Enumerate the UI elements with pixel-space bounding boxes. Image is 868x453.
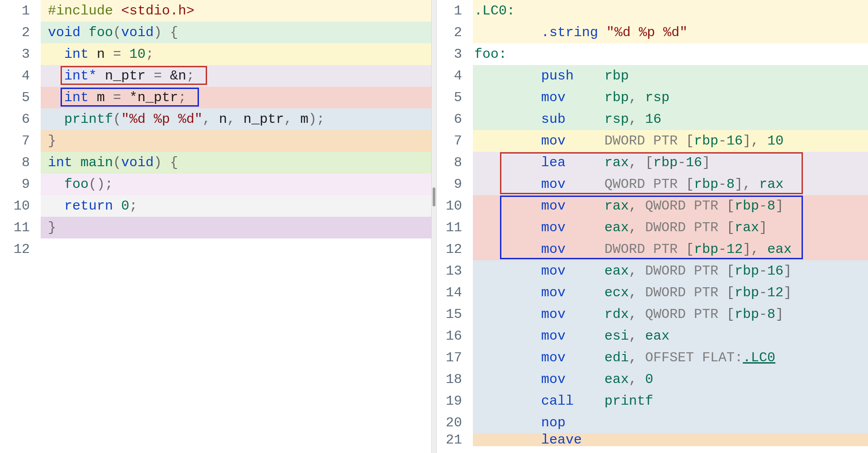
line-number: 15 (437, 304, 473, 325)
line-number: 12 (0, 238, 41, 260)
source-line[interactable]: 5 int m = *n_ptr; (0, 87, 431, 108)
asm-mnemonic: mov (541, 198, 566, 214)
asm-line[interactable]: 9movQWORD PTR [rbp-8], rax (437, 173, 868, 195)
asm-line[interactable]: 18moveax, 0 (437, 369, 868, 390)
line-number: 14 (437, 282, 473, 304)
source-code-cell: return 0; (41, 195, 431, 217)
source-line[interactable]: 3 int n = 10; (0, 43, 431, 65)
source-line[interactable]: 12 (0, 238, 431, 260)
line-number: 10 (437, 195, 473, 217)
asm-line[interactable]: 12movDWORD PTR [rbp-12], eax (437, 238, 868, 260)
line-number: 2 (0, 22, 41, 43)
asm-code-cell: movQWORD PTR [rbp-8], rax (473, 173, 868, 195)
asm-line[interactable]: 1.LC0: (437, 0, 868, 22)
asm-line[interactable]: 7movDWORD PTR [rbp-16], 10 (437, 130, 868, 152)
asm-line[interactable]: 11moveax, DWORD PTR [rax] (437, 217, 868, 238)
line-number: 11 (437, 217, 473, 238)
asm-mnemonic: leave (541, 434, 582, 446)
source-token-stream: int* n_ptr = &n; (48, 68, 194, 84)
asm-mnemonic: mov (541, 242, 566, 257)
asm-mnemonic: mov (541, 133, 566, 149)
line-number: 4 (437, 65, 473, 87)
line-number: 19 (437, 390, 473, 412)
line-number: 21 (437, 434, 473, 446)
asm-line[interactable]: 21leave (437, 434, 868, 446)
asm-line[interactable]: 17movedi, OFFSET FLAT:.LC0 (437, 347, 868, 369)
line-number: 7 (437, 130, 473, 152)
asm-mnemonic: mov (541, 177, 566, 192)
asm-line[interactable]: 13moveax, DWORD PTR [rbp-16] (437, 260, 868, 282)
asm-code-cell: moveax, 0 (473, 369, 868, 390)
scrollbar-thumb[interactable] (433, 187, 435, 206)
asm-line[interactable]: 3foo: (437, 43, 868, 65)
asm-code-cell: learax, [rbp-16] (473, 152, 868, 173)
source-code-cell: int m = *n_ptr; (41, 87, 431, 108)
source-line[interactable]: 2void foo(void) { (0, 22, 431, 43)
asm-line[interactable]: 15movrdx, QWORD PTR [rbp-8] (437, 304, 868, 325)
line-number: 6 (437, 108, 473, 130)
source-token-stream: int main(void) { (48, 155, 178, 170)
asm-mnemonic: mov (541, 328, 566, 344)
asm-line[interactable]: 14movecx, DWORD PTR [rbp-12] (437, 282, 868, 304)
line-number: 12 (437, 238, 473, 260)
asm-code-cell: moveax, DWORD PTR [rbp-16] (473, 260, 868, 282)
source-pane[interactable]: 1#include <stdio.h>2void foo(void) {3 in… (0, 0, 431, 453)
assembly-pane[interactable]: 1.LC0:2.string "%d %p %d"3foo:4pushrbp5m… (437, 0, 868, 453)
source-token-stream: foo(); (48, 177, 113, 192)
line-number: 4 (0, 65, 41, 87)
source-line[interactable]: 4 int* n_ptr = &n; (0, 65, 431, 87)
asm-line[interactable]: 5movrbp, rsp (437, 87, 868, 108)
source-token-stream: } (48, 133, 56, 149)
asm-line[interactable]: 10movrax, QWORD PTR [rbp-8] (437, 195, 868, 217)
asm-code-cell: movrbp, rsp (473, 87, 868, 108)
asm-mnemonic: mov (541, 372, 566, 387)
asm-code-cell: nop (473, 412, 868, 434)
source-code-cell: int n = 10; (41, 43, 431, 65)
source-line[interactable]: 6 printf("%d %p %d", n, n_ptr, m); (0, 108, 431, 130)
asm-line[interactable]: 20nop (437, 412, 868, 434)
source-line[interactable]: 8int main(void) { (0, 152, 431, 173)
line-number: 16 (437, 325, 473, 347)
asm-code-cell: movecx, DWORD PTR [rbp-12] (473, 282, 868, 304)
asm-code-cell: .LC0: (473, 0, 868, 22)
asm-line[interactable]: 8learax, [rbp-16] (437, 152, 868, 173)
asm-line[interactable]: 19callprintf (437, 390, 868, 412)
asm-code-cell: subrsp, 16 (473, 108, 868, 130)
source-line[interactable]: 11} (0, 217, 431, 238)
source-token-stream: return 0; (48, 198, 137, 214)
asm-mnemonic: mov (541, 350, 566, 365)
asm-line[interactable]: 4pushrbp (437, 65, 868, 87)
source-line[interactable]: 7} (0, 130, 431, 152)
asm-line[interactable]: 2.string "%d %p %d" (437, 22, 868, 43)
asm-mnemonic: sub (541, 112, 566, 127)
line-number: 13 (437, 260, 473, 282)
pane-divider[interactable] (431, 0, 437, 453)
asm-mnemonic: mov (541, 285, 566, 300)
line-number: 2 (437, 22, 473, 43)
asm-mnemonic: push (541, 68, 574, 84)
line-number: 8 (0, 152, 41, 173)
asm-mnemonic: lea (541, 155, 566, 170)
source-line[interactable]: 1#include <stdio.h> (0, 0, 431, 22)
line-number: 1 (0, 0, 41, 22)
asm-code-cell: movrdx, QWORD PTR [rbp-8] (473, 304, 868, 325)
source-code-cell: int main(void) { (41, 152, 431, 173)
source-token-stream: } (48, 220, 56, 235)
line-number: 10 (0, 195, 41, 217)
asm-label: .LC0: (474, 3, 515, 19)
asm-code-cell: leave (473, 434, 868, 446)
source-line[interactable]: 10 return 0; (0, 195, 431, 217)
asm-code-cell: movDWORD PTR [rbp-16], 10 (473, 130, 868, 152)
source-token-stream: printf("%d %p %d", n, n_ptr, m); (48, 112, 325, 127)
asm-mnemonic: mov (541, 90, 566, 105)
source-code-cell: foo(); (41, 173, 431, 195)
split-view: 1#include <stdio.h>2void foo(void) {3 in… (0, 0, 868, 453)
line-number: 1 (437, 0, 473, 22)
source-line[interactable]: 9 foo(); (0, 173, 431, 195)
asm-line[interactable]: 16movesi, eax (437, 325, 868, 347)
asm-line[interactable]: 6subrsp, 16 (437, 108, 868, 130)
asm-mnemonic: mov (541, 263, 566, 279)
asm-mnemonic: mov (541, 220, 566, 235)
line-number: 5 (437, 87, 473, 108)
line-number: 3 (437, 43, 473, 65)
